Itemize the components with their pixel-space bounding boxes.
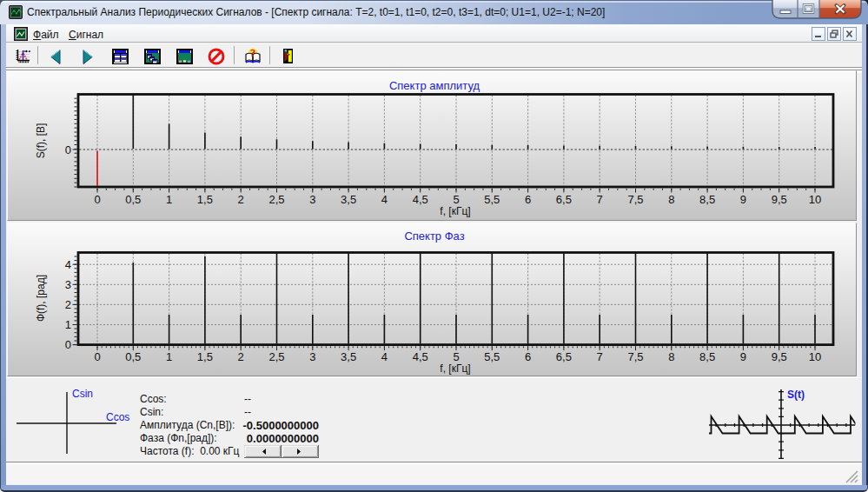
svg-text:3,5: 3,5 bbox=[341, 193, 356, 206]
svg-text:9: 9 bbox=[740, 350, 746, 363]
svg-text:Спектр Фаз: Спектр Фаз bbox=[404, 229, 464, 243]
svg-text:2,5: 2,5 bbox=[268, 350, 284, 363]
svg-text:4,5: 4,5 bbox=[413, 350, 428, 363]
svg-text:3: 3 bbox=[65, 278, 71, 291]
svg-text:0: 0 bbox=[65, 338, 71, 351]
svg-text:4: 4 bbox=[381, 193, 388, 206]
svg-text:1,5: 1,5 bbox=[197, 350, 213, 363]
svg-text:5,5: 5,5 bbox=[484, 193, 500, 206]
svg-text:f, [кГц]: f, [кГц] bbox=[440, 205, 470, 217]
svg-text:8: 8 bbox=[668, 193, 674, 206]
svg-text:7,5: 7,5 bbox=[627, 350, 643, 363]
svg-text:3: 3 bbox=[309, 193, 315, 206]
svg-text:3,5: 3,5 bbox=[341, 350, 356, 363]
svg-text:S(f), [В]: S(f), [В] bbox=[35, 123, 47, 159]
svg-text:1: 1 bbox=[166, 350, 172, 363]
svg-text:6,5: 6,5 bbox=[556, 193, 572, 206]
svg-text:Спектр амплитуд: Спектр амплитуд bbox=[389, 79, 480, 92]
svg-text:1: 1 bbox=[65, 318, 71, 331]
svg-text:0: 0 bbox=[65, 143, 71, 156]
svg-text:4: 4 bbox=[65, 258, 71, 271]
svg-text:0: 0 bbox=[94, 350, 100, 363]
svg-text:f, [кГц]: f, [кГц] bbox=[440, 362, 470, 375]
svg-text:2: 2 bbox=[238, 193, 244, 206]
svg-text:6: 6 bbox=[525, 193, 531, 206]
svg-text:4: 4 bbox=[381, 350, 388, 363]
svg-text:0: 0 bbox=[94, 193, 100, 206]
svg-text:3: 3 bbox=[309, 350, 315, 363]
svg-text:1: 1 bbox=[166, 193, 172, 206]
svg-text:8,5: 8,5 bbox=[699, 193, 715, 206]
svg-text:?: ? bbox=[250, 47, 256, 59]
svg-text:6: 6 bbox=[525, 350, 531, 363]
svg-text:4,5: 4,5 bbox=[413, 193, 428, 206]
svg-text:2: 2 bbox=[65, 298, 71, 311]
svg-text:2: 2 bbox=[238, 350, 244, 363]
svg-text:6,5: 6,5 bbox=[556, 350, 572, 363]
svg-text:Ф(f), [рад]: Ф(f), [рад] bbox=[35, 275, 47, 322]
svg-text:7: 7 bbox=[597, 350, 603, 363]
svg-text:9: 9 bbox=[740, 193, 746, 206]
svg-text:9,5: 9,5 bbox=[772, 193, 787, 206]
svg-text:0,5: 0,5 bbox=[125, 193, 141, 206]
svg-text:7: 7 bbox=[597, 193, 603, 206]
svg-text:0,5: 0,5 bbox=[125, 350, 141, 363]
svg-text:8: 8 bbox=[668, 350, 674, 363]
svg-text:2,5: 2,5 bbox=[268, 193, 284, 206]
svg-text:1,5: 1,5 bbox=[197, 193, 213, 206]
svg-text:7,5: 7,5 bbox=[627, 193, 643, 206]
svg-text:10: 10 bbox=[809, 193, 821, 206]
svg-text:8,5: 8,5 bbox=[699, 350, 715, 363]
svg-text:10: 10 bbox=[809, 350, 821, 363]
svg-text:5,5: 5,5 bbox=[484, 350, 500, 363]
svg-text:9,5: 9,5 bbox=[772, 350, 787, 363]
